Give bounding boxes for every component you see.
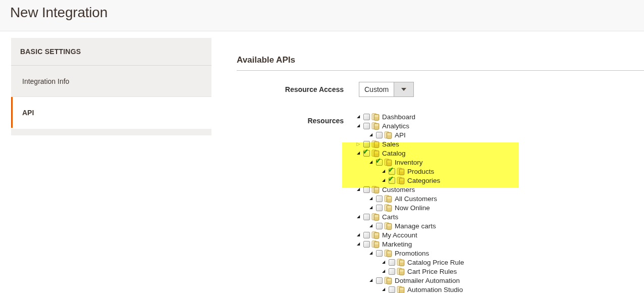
tree-node-label: Categories: [407, 177, 440, 184]
folder-icon: [397, 286, 405, 293]
tree-node-label: Customers: [382, 186, 415, 193]
checkbox-unchecked[interactable]: [363, 114, 370, 120]
tree-node-label: Now Online: [395, 204, 430, 212]
tree-node-label: Dotmailer Automation: [395, 277, 460, 284]
expander-closed-icon[interactable]: ▷: [355, 139, 362, 149]
folder-icon: [371, 186, 380, 193]
tree-node-cart-price-rules[interactable]: ◢Cart Price Rules: [355, 267, 464, 276]
folder-icon: [384, 131, 392, 139]
select-arrow-button[interactable]: [394, 82, 413, 96]
tree-node-catalog-price-rule[interactable]: ◢Catalog Price Rule: [355, 258, 464, 267]
checkbox-unchecked[interactable]: [363, 186, 370, 193]
checkbox-unchecked[interactable]: [376, 205, 383, 211]
check-icon: ✔: [375, 157, 381, 164]
checkbox-unchecked[interactable]: [376, 223, 383, 229]
checkbox-checked[interactable]: ✔: [389, 168, 395, 175]
check-icon: ✔: [388, 175, 394, 182]
checkbox-unchecked[interactable]: [389, 286, 395, 293]
tree-node-products[interactable]: ◢✔Products: [355, 167, 464, 176]
checkbox-unchecked[interactable]: [363, 123, 370, 129]
tree-node-automation-studio[interactable]: ◢Automation Studio: [355, 285, 464, 293]
resource-access-label: Resource Access: [237, 85, 344, 93]
expander-open-icon[interactable]: ◢: [367, 158, 374, 167]
expander-open-icon[interactable]: ◢: [355, 212, 362, 221]
check-icon: ✔: [363, 148, 368, 155]
page-title: New Integration: [10, 5, 108, 21]
folder-icon: [384, 277, 392, 284]
tree-node-label: Catalog Price Rule: [407, 259, 464, 266]
folder-icon: [384, 195, 392, 203]
tree-node-my-account[interactable]: ◢My Account: [355, 230, 464, 239]
expander-open-icon[interactable]: ◢: [380, 176, 387, 185]
tree-node-api[interactable]: ◢API: [355, 130, 464, 139]
tree-node-inventory[interactable]: ◢✔Inventory: [355, 158, 464, 167]
tree-node-promotions[interactable]: ◢Promotions: [355, 249, 464, 258]
expander-open-icon[interactable]: ◢: [355, 230, 362, 239]
expander-open-icon[interactable]: ◢: [367, 194, 374, 203]
tree-node-label: Cart Price Rules: [407, 268, 457, 275]
tree-node-sales[interactable]: ▷Sales: [355, 139, 464, 149]
checkbox-unchecked[interactable]: [389, 268, 395, 275]
tree-node-customers[interactable]: ◢Customers: [355, 185, 464, 194]
tree-node-carts[interactable]: ◢Carts: [355, 212, 464, 221]
folder-icon: [384, 222, 392, 230]
expander-open-icon[interactable]: ◢: [367, 276, 374, 285]
expander-open-icon[interactable]: ◢: [367, 249, 374, 258]
page-header: New Integration: [0, 0, 644, 31]
tree-node-label: My Account: [382, 231, 417, 239]
folder-icon: [397, 168, 405, 175]
tree-node-label: All Customers: [395, 195, 437, 203]
tree-node-all-customers[interactable]: ◢All Customers: [355, 194, 464, 203]
expander-open-icon[interactable]: ◢: [380, 267, 387, 276]
folder-icon: [371, 240, 380, 248]
tree-node-label: Analytics: [382, 122, 409, 130]
tree-node-label: Marketing: [382, 240, 412, 248]
tree-node-dashboard[interactable]: ◢Dashboard: [355, 112, 464, 121]
tree-node-categories[interactable]: ◢✔Categories: [355, 176, 464, 185]
expander-open-icon[interactable]: ◢: [380, 167, 387, 176]
checkbox-unchecked[interactable]: [363, 141, 370, 148]
tree-node-label: Products: [407, 168, 434, 175]
folder-icon: [371, 213, 380, 221]
checkbox-unchecked[interactable]: [363, 241, 370, 248]
checkbox-unchecked[interactable]: [376, 196, 383, 202]
folder-icon: [397, 259, 405, 266]
caret-down-icon: [401, 88, 406, 91]
checkbox-unchecked[interactable]: [389, 259, 395, 266]
sidebar-item-api[interactable]: API: [11, 97, 211, 128]
checkbox-checked[interactable]: ✔: [363, 150, 370, 157]
expander-open-icon[interactable]: ◢: [355, 121, 362, 130]
checkbox-unchecked[interactable]: [363, 232, 370, 238]
expander-open-icon[interactable]: ◢: [355, 239, 362, 249]
tree-node-now-online[interactable]: ◢Now Online: [355, 203, 464, 212]
tree-node-marketing[interactable]: ◢Marketing: [355, 239, 464, 249]
tree-node-manage-carts[interactable]: ◢Manage carts: [355, 221, 464, 230]
folder-icon: [371, 113, 380, 121]
checkbox-unchecked[interactable]: [376, 250, 383, 257]
resource-access-select[interactable]: Custom: [359, 82, 414, 97]
checkbox-unchecked[interactable]: [376, 277, 383, 284]
folder-icon: [371, 122, 380, 130]
resources-label: Resources: [237, 117, 344, 125]
checkbox-unchecked[interactable]: [376, 132, 383, 138]
tree-node-label: API: [395, 131, 406, 139]
sidebar-item-integration-info[interactable]: Integration Info: [11, 66, 211, 97]
checkbox-unchecked[interactable]: [363, 214, 370, 220]
expander-open-icon[interactable]: ◢: [355, 185, 362, 194]
expander-open-icon[interactable]: ◢: [367, 203, 374, 212]
expander-open-icon[interactable]: ◢: [367, 221, 374, 230]
expander-open-icon[interactable]: ◢: [355, 112, 362, 121]
expander-open-icon[interactable]: ◢: [367, 130, 374, 139]
expander-open-icon[interactable]: ◢: [380, 285, 387, 293]
folder-icon: [384, 250, 392, 257]
folder-icon: [397, 268, 405, 275]
sidebar-footer: [11, 129, 211, 135]
expander-open-icon[interactable]: ◢: [355, 149, 362, 158]
sidebar-item-label: API: [22, 109, 34, 117]
tree-node-catalog[interactable]: ◢✔Catalog: [355, 149, 464, 158]
checkbox-checked[interactable]: ✔: [389, 177, 395, 184]
expander-open-icon[interactable]: ◢: [380, 258, 387, 267]
checkbox-checked[interactable]: ✔: [376, 159, 383, 166]
tree-node-analytics[interactable]: ◢Analytics: [355, 121, 464, 130]
tree-node-dotmailer-automation[interactable]: ◢Dotmailer Automation: [355, 276, 464, 285]
